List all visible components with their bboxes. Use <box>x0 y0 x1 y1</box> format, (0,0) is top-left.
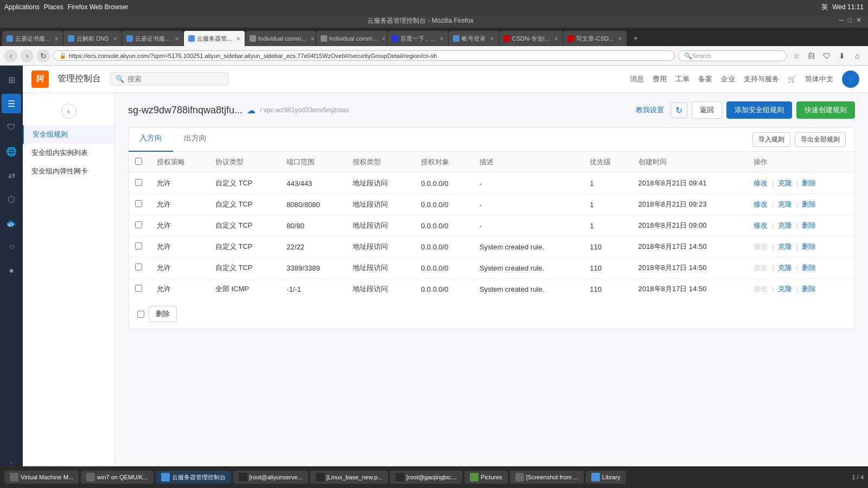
search-input[interactable] <box>127 75 214 83</box>
delete-link-3[interactable]: 删除 <box>802 242 816 251</box>
sidebar-icon-molecule[interactable]: ⬡ <box>2 189 21 209</box>
tab-8[interactable]: CSDN-专业I... ✕ <box>499 31 563 46</box>
shield-icon-btn[interactable]: 🛡 <box>820 49 833 62</box>
search-icon: 🔍 <box>116 75 124 83</box>
row-checkbox-3[interactable] <box>135 242 142 249</box>
edit-link-2[interactable]: 修改 <box>754 221 768 229</box>
clone-link-1[interactable]: 克隆 <box>778 200 792 208</box>
user-avatar[interactable]: 👤 <box>842 70 859 88</box>
sidebar-icon-circle-empty[interactable]: ○ <box>2 237 21 256</box>
refresh-btn[interactable]: ↻ <box>671 102 687 118</box>
taskbar-terminal2[interactable]: [Linux_base_new.p... <box>310 471 388 484</box>
address-bar[interactable]: 🔒 https://ecs.console.aliyun.com/?spm=51… <box>53 50 675 61</box>
tab-outbound[interactable]: 出方向 <box>173 128 218 152</box>
nav-icp[interactable]: 备案 <box>698 74 712 84</box>
select-all-checkbox[interactable] <box>135 158 142 165</box>
delete-link-4[interactable]: 删除 <box>802 264 816 272</box>
taskbar-win7[interactable]: win7 on QEMU/K... <box>81 471 154 484</box>
sidebar-icon-list[interactable]: ☰ <box>2 94 21 113</box>
taskbar-library[interactable]: Library <box>586 471 626 484</box>
delete-link-2[interactable]: 删除 <box>802 221 816 229</box>
nav-enterprise[interactable]: 企业 <box>721 74 735 84</box>
home-btn[interactable]: ⌂ <box>851 49 864 62</box>
delete-selected-btn[interactable]: 删除 <box>149 306 177 322</box>
back-nav-btn[interactable]: ‹ <box>4 49 17 62</box>
taskbar-firefox[interactable]: 云服务器管理控制台 <box>156 471 231 484</box>
tab-inbound[interactable]: 入方向 <box>129 128 173 152</box>
delete-link-1[interactable]: 删除 <box>802 200 816 208</box>
reload-btn[interactable]: ↻ <box>37 49 50 62</box>
sidebar-item-eni[interactable]: 安全组内弹性网卡 <box>23 162 114 181</box>
row-checkbox-2[interactable] <box>135 221 142 228</box>
tab-5[interactable]: Individual comm... ✕ <box>316 31 387 46</box>
import-rules-btn[interactable]: 导入规则 <box>752 132 790 147</box>
back-btn[interactable]: 返回 <box>692 101 722 119</box>
row-checkbox-1[interactable] <box>135 200 142 207</box>
tab-0[interactable]: 云盾证书服... ✕ <box>2 31 63 46</box>
sidebar-icon-shield[interactable]: 🛡 <box>2 118 21 137</box>
add-rule-btn[interactable]: 添加安全组规则 <box>726 101 792 119</box>
nav-lang[interactable]: 简体中文 <box>805 74 833 84</box>
table-footer: 删除 <box>129 299 854 329</box>
footer-checkbox[interactable] <box>137 311 144 318</box>
sidebar-icon-grid[interactable]: ⊞ <box>2 70 21 89</box>
taskbar-terminal3[interactable]: [root@gaojingbo:... <box>390 471 462 484</box>
clone-link-3[interactable]: 克隆 <box>778 242 792 251</box>
firefox-menu[interactable]: Firefox Web Browser <box>68 3 129 11</box>
help-settings-btn[interactable]: 教我设置 <box>634 102 666 118</box>
sidebar-icon-shuffle[interactable]: ⇄ <box>2 165 21 185</box>
forward-nav-btn[interactable]: › <box>21 49 34 62</box>
row-checkbox-4[interactable] <box>135 264 142 271</box>
export-rules-btn[interactable]: 导出全部规则 <box>795 132 846 147</box>
tab-1[interactable]: 云解析 DNS ✕ <box>63 31 122 46</box>
row-checkbox-0[interactable] <box>135 179 142 186</box>
nav-billing[interactable]: 费用 <box>653 74 667 84</box>
taskbar-screenshot[interactable]: [Screenshot from ... <box>510 471 584 484</box>
back-button[interactable]: ‹ <box>61 104 76 119</box>
browser-titlebar: 云服务器管理控制台 - Mozilla Firefox ─ □ ✕ <box>0 14 868 28</box>
bookmark-star-btn[interactable]: ☆ <box>790 49 803 62</box>
clone-link-4[interactable]: 克隆 <box>778 264 792 272</box>
taskbar-pictures[interactable]: Pictures <box>464 471 508 484</box>
row-checkbox-5[interactable] <box>135 285 142 292</box>
clone-link-5[interactable]: 克隆 <box>778 285 792 293</box>
quick-create-btn[interactable]: 快速创建规则 <box>796 101 855 119</box>
clone-link-2[interactable]: 克隆 <box>778 221 792 229</box>
clone-link-0[interactable]: 克隆 <box>778 179 792 187</box>
delete-link-0[interactable]: 删除 <box>802 179 816 187</box>
minimize-btn[interactable]: ─ <box>839 16 844 24</box>
tab-9[interactable]: 写文章-CSD... ✕ <box>563 31 627 46</box>
maximize-btn[interactable]: □ <box>848 16 852 24</box>
delete-link-5[interactable]: 删除 <box>802 285 816 293</box>
table-actions: 导入规则 导出全部规则 <box>744 128 854 151</box>
tab-3-active[interactable]: 云服务器管... ✕ <box>184 31 245 46</box>
nav-support[interactable]: 支持与服务 <box>744 74 779 84</box>
taskbar-vm[interactable]: Virtual Machine M... <box>4 471 79 484</box>
tab-2[interactable]: 云盾证书服... ✕ <box>122 31 183 46</box>
browser-search[interactable]: 🔍 Search <box>678 50 787 61</box>
sidebar-icon-fish[interactable]: 🐟 <box>2 213 21 233</box>
taskbar-terminal1[interactable]: [root@aliyunserve... <box>233 471 308 484</box>
places-menu[interactable]: Places <box>44 3 63 11</box>
nav-workorder[interactable]: 工单 <box>675 74 690 84</box>
applications-menu[interactable]: Applications <box>4 3 40 11</box>
table-row: 允许 自定义 TCP 3389/3389 地址段访问 0.0.0.0/0 Sys… <box>129 258 854 279</box>
edit-link-0[interactable]: 修改 <box>754 179 768 187</box>
top-nav-search[interactable]: 🔍 <box>110 72 229 86</box>
row-target-1: 0.0.0.0/0 <box>414 194 473 215</box>
nav-messages[interactable]: 消息 <box>630 74 644 84</box>
new-tab-btn[interactable]: + <box>629 31 642 44</box>
close-btn[interactable]: ✕ <box>856 16 861 24</box>
edit-link-1[interactable]: 修改 <box>754 200 768 208</box>
sidebar-item-instances[interactable]: 安全组内实例列表 <box>23 144 114 162</box>
tab-6[interactable]: 百度一下，... ✕ <box>387 31 448 46</box>
page-actions: 教我设置 ↻ 返回 添加安全组规则 快速创建规则 <box>634 101 855 119</box>
tab-4[interactable]: Individual comm... ✕ <box>245 31 316 46</box>
cart-icon[interactable]: 🛒 <box>788 75 796 83</box>
reader-btn[interactable]: 自 <box>805 49 818 62</box>
download-btn[interactable]: ⬇ <box>835 49 848 62</box>
sidebar-icon-globe[interactable]: 🌐 <box>2 142 21 161</box>
tab-7[interactable]: 帐号登录 ✕ <box>449 31 499 46</box>
sidebar-icon-circle-filled[interactable]: ● <box>2 261 21 280</box>
sidebar-item-security-rules[interactable]: 安全组规则 <box>23 125 114 144</box>
